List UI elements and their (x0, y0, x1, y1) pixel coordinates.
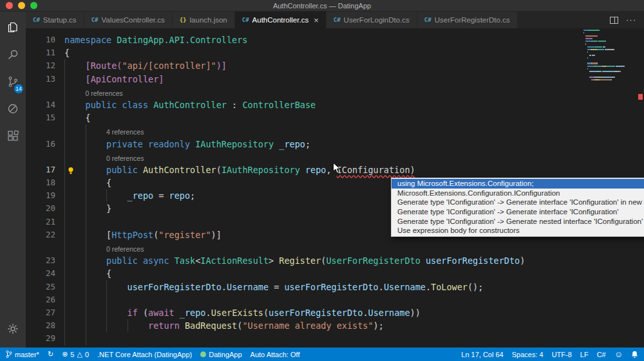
quick-fix-item[interactable]: Use expression body for constructors (392, 226, 644, 236)
code-line[interactable]: 29 (26, 332, 644, 345)
minimize-window-button[interactable] (18, 2, 25, 9)
line-number[interactable]: 11 (26, 46, 55, 59)
codelens-row[interactable]: 4 references (26, 124, 644, 137)
line-number[interactable]: 21 (26, 216, 55, 228)
tab-startup-cs[interactable]: C#Startup.cs (26, 12, 84, 28)
git-branch-indicator[interactable]: master* (6, 350, 39, 358)
line-number[interactable]: 25 (26, 281, 55, 293)
code-token: { (64, 113, 91, 123)
code-line[interactable]: 24 { (26, 267, 644, 280)
code-token: [ApiController] (86, 74, 164, 84)
code-line[interactable]: 12 [Route("api/[controller]")] (26, 59, 644, 72)
line-number[interactable]: 10 (26, 33, 55, 46)
code-line[interactable]: 10namespace DatingApp.API.Controllers (26, 33, 644, 46)
code-line[interactable]: 14 public class AuthController : Control… (26, 98, 644, 111)
quick-fix-item[interactable]: Generate type 'IConfiguration' -> Genera… (392, 207, 644, 217)
line-number[interactable]: 15 (26, 111, 55, 124)
tab-authcontroller-cs[interactable]: C#AuthController.cs× (235, 12, 327, 28)
code-token: HttpPost (111, 230, 153, 240)
more-actions-icon[interactable]: ··· (626, 17, 636, 23)
code-token: . (222, 282, 227, 292)
tab-launch-json[interactable]: {}launch.json (173, 12, 235, 28)
code-editor[interactable]: 10namespace DatingApp.API.Controllers11{… (26, 28, 644, 347)
split-editor-icon[interactable] (610, 17, 618, 24)
code-line[interactable]: 25 userForRegisterDto.Username = userFor… (26, 281, 644, 293)
codelens-row[interactable]: 0 references (26, 151, 644, 163)
debug-icon[interactable] (0, 95, 26, 122)
codelens-link[interactable]: 4 references (106, 128, 144, 136)
code-token: . (426, 282, 431, 292)
sync-button[interactable]: ↻ (48, 350, 53, 358)
minimap-line (583, 49, 635, 50)
line-number[interactable]: 24 (26, 267, 55, 280)
line-number[interactable]: 29 (26, 332, 55, 345)
language-mode-indicator[interactable]: C# (597, 351, 606, 358)
tab-label: launch.json (190, 16, 227, 24)
line-number[interactable]: 20 (26, 202, 55, 215)
quick-fix-item[interactable]: Generate type 'IConfiguration' -> Genera… (392, 198, 644, 207)
tab-userforlogindto-cs[interactable]: C#UserForLoginDto.cs (327, 12, 417, 28)
problems-indicator[interactable]: ⊗ 5 △ 0 (62, 350, 89, 358)
eol-indicator[interactable]: LF (580, 351, 589, 358)
indentation-indicator[interactable]: Spaces: 4 (512, 351, 544, 358)
line-number[interactable]: 16 (26, 138, 55, 151)
tab-label: AuthController.cs (252, 16, 309, 24)
indent-guide (64, 124, 65, 137)
error-overview-marker (638, 94, 643, 100)
line-number[interactable]: 22 (26, 228, 55, 241)
line-number[interactable]: 14 (26, 98, 55, 111)
code-line[interactable]: 28 return BadRequest("Username already e… (26, 319, 644, 332)
line-number[interactable]: 17 (26, 163, 55, 176)
search-icon[interactable] (0, 41, 26, 68)
explorer-icon[interactable] (0, 14, 26, 41)
line-number[interactable]: 18 (26, 176, 55, 189)
code-token: . (206, 308, 211, 318)
line-number[interactable]: 13 (26, 73, 55, 86)
extensions-icon[interactable] (0, 122, 26, 149)
code-line[interactable]: 15 { (26, 111, 644, 124)
settings-gear-icon[interactable] (0, 315, 26, 342)
source-control-icon[interactable]: 14 (0, 68, 26, 95)
code-token: userForRegisterDto (269, 308, 363, 318)
code-token: [Route( (86, 60, 122, 71)
branch-name: master* (15, 351, 39, 358)
quick-fix-item[interactable]: using Microsoft.Extensions.Configuration… (392, 179, 644, 189)
codelens-row[interactable]: 0 references (26, 241, 644, 254)
code-line[interactable]: 13 [ApiController] (26, 73, 644, 86)
line-number[interactable]: 23 (26, 254, 55, 267)
quick-fix-item[interactable]: Microsoft.Extensions.Configuration.IConf… (392, 189, 644, 198)
notifications-bell-icon[interactable] (631, 351, 638, 358)
line-number[interactable]: 28 (26, 319, 55, 332)
cursor-position-indicator[interactable]: Ln 17, Col 64 (461, 351, 503, 358)
zoom-window-button[interactable] (30, 2, 37, 9)
code-line[interactable]: 16 private readonly IAuthRepository _rep… (26, 138, 644, 151)
line-number[interactable]: 12 (26, 59, 55, 72)
debug-target-selector[interactable]: .NET Core Attach (DatingApp) (97, 351, 192, 358)
activity-bar: 14 (0, 12, 26, 347)
omnisharp-project-selector[interactable]: DatingApp (200, 351, 242, 358)
auto-attach-indicator[interactable]: Auto Attach: Off (251, 351, 300, 358)
code-line[interactable]: 27 if (await _repo.UserExists(userForReg… (26, 306, 644, 319)
codelens-row[interactable]: 0 references (26, 86, 644, 98)
minimap[interactable] (583, 30, 635, 85)
code-line[interactable]: 26 (26, 293, 644, 306)
line-number[interactable]: 27 (26, 306, 55, 319)
tab-userforregisterdto-cs[interactable]: C#UserForRegisterDto.cs (417, 12, 518, 28)
code-line[interactable]: 11{ (26, 46, 644, 59)
quick-fix-item[interactable]: Generate type 'IConfiguration' -> Genera… (392, 217, 644, 227)
codelens-link[interactable]: 0 references (86, 89, 123, 97)
codelens-link[interactable]: 0 references (106, 245, 144, 253)
codelens-link[interactable]: 0 references (106, 154, 144, 162)
code-token: if (128, 308, 143, 318)
code-line[interactable]: 23 public async Task<IActionResult> Regi… (26, 254, 644, 267)
line-number[interactable]: 26 (26, 293, 55, 306)
code-text: } (64, 202, 111, 215)
line-number[interactable]: 19 (26, 189, 55, 202)
close-tab-icon[interactable]: × (314, 15, 319, 25)
code-token: Task (175, 255, 196, 266)
close-window-button[interactable] (6, 2, 13, 9)
feedback-smiley-icon[interactable]: ☺ (614, 351, 623, 358)
tab-valuescontroller-cs[interactable]: C#ValuesController.cs (84, 12, 173, 28)
code-text: [ApiController] (64, 73, 164, 86)
encoding-indicator[interactable]: UTF-8 (552, 351, 572, 358)
